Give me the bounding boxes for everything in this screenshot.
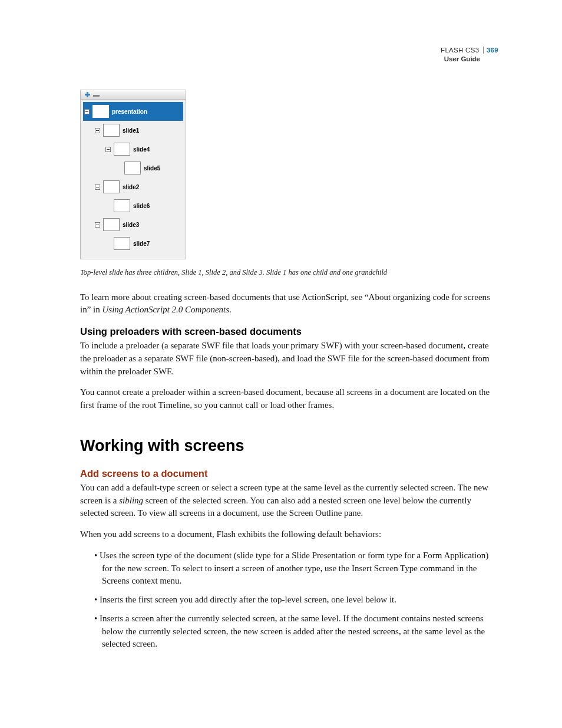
screen-thumbnail xyxy=(103,218,120,231)
tree-row[interactable]: slide5 xyxy=(83,159,183,177)
screen-label: slide4 xyxy=(133,146,150,153)
book-title: Using ActionScript 2.0 Components xyxy=(103,305,230,314)
collapse-icon[interactable] xyxy=(84,109,90,114)
screen-thumbnail xyxy=(114,143,130,156)
page-header: FLASH CS3 369 User Guide xyxy=(441,46,498,64)
screen-thumbnail xyxy=(114,237,130,250)
screen-thumbnail xyxy=(103,124,120,137)
toggle-spacer xyxy=(105,203,111,209)
collapse-icon[interactable] xyxy=(105,147,111,152)
screen-outline-panel: presentationslide1slide4slide5slide2slid… xyxy=(80,90,186,259)
body-paragraph: You cannot create a preloader within a s… xyxy=(80,386,492,412)
remove-screen-icon[interactable] xyxy=(93,95,100,97)
text-run: . xyxy=(229,305,232,314)
screen-label: slide1 xyxy=(123,127,139,134)
add-screen-icon[interactable] xyxy=(84,91,91,98)
body-paragraph: You can add a default-type screen or sel… xyxy=(80,482,492,520)
screen-thumbnail xyxy=(114,199,130,212)
emphasis: sibling xyxy=(119,496,143,505)
panel-toolbar xyxy=(81,90,186,100)
collapse-icon[interactable] xyxy=(95,128,100,133)
screen-thumbnail xyxy=(103,180,120,193)
heading-add-screens: Add screens to a document xyxy=(80,468,492,479)
guide-label: User Guide xyxy=(441,55,498,64)
collapse-icon[interactable] xyxy=(95,222,100,228)
tree-row[interactable]: presentation xyxy=(83,102,183,121)
page-number: 369 xyxy=(483,47,498,54)
body-paragraph: When you add screens to a document, Flas… xyxy=(80,528,492,541)
screen-label: slide6 xyxy=(133,203,150,209)
screen-label: slide2 xyxy=(123,184,139,190)
screen-label: presentation xyxy=(112,108,147,115)
tree-row[interactable]: slide3 xyxy=(83,215,183,234)
page-content: presentationslide1slide4slide5slide2slid… xyxy=(80,90,492,659)
tree-row[interactable]: slide2 xyxy=(83,177,183,196)
tree-row[interactable]: slide1 xyxy=(83,121,183,140)
screen-label: slide5 xyxy=(144,165,160,172)
tree-row[interactable]: slide6 xyxy=(83,196,183,215)
toggle-spacer xyxy=(105,241,111,246)
screen-label: slide7 xyxy=(133,241,150,247)
behavior-list: Uses the screen type of the document (sl… xyxy=(80,549,492,651)
figure-caption: Top-level slide has three children, Slid… xyxy=(80,268,492,278)
screen-label: slide3 xyxy=(123,222,139,228)
screen-tree: presentationslide1slide4slide5slide2slid… xyxy=(81,100,186,259)
heading-working-with-screens: Working with screens xyxy=(80,437,492,455)
list-item: Inserts a screen after the currently sel… xyxy=(88,612,492,651)
heading-preloaders: Using preloaders with screen-based docum… xyxy=(80,326,492,337)
list-item: Uses the screen type of the document (sl… xyxy=(88,549,492,588)
product-name: FLASH CS3 xyxy=(441,47,479,54)
list-item: Inserts the first screen you add directl… xyxy=(88,594,492,607)
tree-row[interactable]: slide4 xyxy=(83,140,183,159)
body-paragraph: To learn more about creating screen-base… xyxy=(80,291,492,317)
toggle-spacer xyxy=(116,166,121,171)
screen-thumbnail xyxy=(92,105,109,118)
screen-thumbnail xyxy=(124,162,141,174)
collapse-icon[interactable] xyxy=(95,185,100,190)
body-paragraph: To include a preloader (a separate SWF f… xyxy=(80,340,492,378)
tree-row[interactable]: slide7 xyxy=(83,234,183,253)
